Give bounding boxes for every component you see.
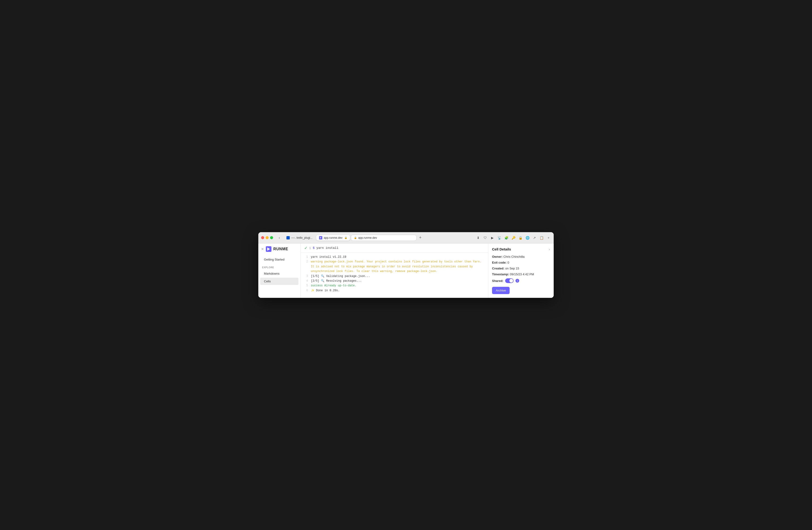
output-line-1: 1 yarn install v1.22.19	[304, 255, 484, 259]
line-number: 2	[304, 259, 308, 264]
exit-code-row: Exit code: 0	[492, 261, 550, 264]
back-button[interactable]: ‹	[277, 235, 282, 241]
line-content: [2/5] 🔍 Resolving packages...	[311, 278, 484, 283]
output-line-5: 5 success Already up-to-date.	[304, 283, 484, 288]
globe-icon[interactable]: 🌐	[525, 235, 530, 240]
tab-trello-label: —-. trello_plugi...	[291, 236, 313, 240]
close-window-button[interactable]	[261, 236, 264, 239]
line-number: 3	[304, 274, 308, 278]
output-line-2: 2 warning package-lock.json found. Your …	[304, 259, 484, 274]
title-bar: ‹ —-. trello_plugi... ▶ app.runme.dev 🔒 …	[258, 232, 554, 243]
shared-row: Shared: i	[492, 278, 550, 283]
cell-details-header: Cell Details ›	[492, 247, 550, 251]
output-line-6: 6 ✨ Done in 0.20s.	[304, 288, 484, 293]
exit-code-value: 0	[508, 261, 509, 264]
sidebar-item-cells[interactable]: Cells	[260, 278, 299, 285]
cell-details-panel: Cell Details › Owner: Chris Chinchilla E…	[488, 243, 554, 298]
toolbar-icons: ⬇ 🛡 ▶ 📡 🧩 🔑 🔒 🌐 ↗ 📋 ＋	[476, 235, 551, 240]
dollar-sign: $	[313, 246, 315, 250]
output-line-4: 4 [2/5] 🔍 Resolving packages...	[304, 278, 484, 283]
tab-trello[interactable]: —-. trello_plugi...	[284, 235, 315, 241]
cell-success-icon: ✓	[304, 246, 307, 250]
sidebar-explore-section: EXPLORE	[258, 263, 300, 270]
lock-icon: 🔒	[344, 237, 347, 239]
exit-code-label: Exit code:	[492, 261, 507, 264]
play-icon[interactable]: ▶	[490, 235, 495, 240]
cell-command: $ yarn install	[313, 246, 338, 250]
output-line-3: 3 [1/5] 🔍 Validating package.json...	[304, 274, 484, 278]
cell-details-title: Cell Details	[492, 247, 511, 251]
maximize-window-button[interactable]	[270, 236, 273, 239]
share-icon[interactable]: ↗	[532, 235, 537, 240]
puzzle-icon[interactable]: 🧩	[504, 235, 509, 240]
archive-button[interactable]: Archive	[492, 287, 510, 294]
traffic-lights	[261, 236, 273, 239]
sidebar-close-button[interactable]: ✕	[261, 247, 264, 251]
line-number: 5	[304, 283, 308, 288]
timestamp-value: 09/15/23 4:42 PM	[510, 272, 534, 276]
copy-icon[interactable]: 📋	[539, 235, 544, 240]
app-header: ✕ RUNME	[258, 246, 300, 256]
created-value: on Sep 15	[505, 267, 519, 270]
command-text: yarn install	[317, 246, 338, 250]
tab-runme-label: app.runme.dev	[324, 236, 343, 240]
line-number: 1	[304, 255, 308, 259]
download-icon[interactable]: ⬇	[476, 235, 480, 240]
trello-favicon-icon	[287, 236, 290, 240]
tab-runme[interactable]: ▶ app.runme.dev 🔒	[316, 235, 350, 241]
cell-output: 1 yarn install v1.22.19 2 warning packag…	[301, 253, 488, 297]
app-content: ✕ RUNME Getting Started EXPLORE Markdown…	[258, 243, 554, 298]
owner-value: Chris Chinchilla	[503, 255, 524, 258]
line-number: 4	[304, 278, 308, 283]
app-name: RUNME	[273, 247, 288, 251]
address-lock-icon: 🔒	[354, 237, 357, 239]
line-content-warning: warning package-lock.json found. Your pr…	[311, 259, 484, 274]
password-icon[interactable]: 🔑	[511, 235, 516, 240]
line-content-success: success Already up-to-date.	[311, 283, 484, 288]
shield-icon[interactable]: 🛡	[483, 235, 488, 240]
line-content: ✨ Done in 0.20s.	[311, 288, 484, 293]
svg-marker-0	[267, 247, 270, 251]
owner-row: Owner: Chris Chinchilla	[492, 255, 550, 258]
timestamp-row: Timestamp: 09/15/23 4:42 PM	[492, 272, 550, 276]
add-tab-button[interactable]: +	[418, 235, 423, 241]
address-text: app.runme.dev	[358, 236, 414, 240]
app-logo-icon	[266, 246, 272, 252]
line-content: [1/5] 🔍 Validating package.json...	[311, 274, 484, 278]
line-number: 6	[304, 288, 308, 293]
cell-header: ✓ 1 $ yarn install	[301, 243, 488, 253]
chevron-right-icon[interactable]: ›	[549, 247, 550, 251]
rss-icon[interactable]: 📡	[497, 235, 502, 240]
tab-bar: —-. trello_plugi... ▶ app.runme.dev 🔒 🔒 …	[284, 235, 474, 241]
shared-label: Shared:	[492, 279, 503, 283]
minimize-window-button[interactable]	[265, 236, 269, 239]
sidebar-item-getting-started[interactable]: Getting Started	[260, 256, 299, 263]
new-tab-icon[interactable]: ＋	[546, 235, 551, 240]
owner-label: Owner:	[492, 255, 503, 258]
sidebar: ✕ RUNME Getting Started EXPLORE Markdown…	[258, 243, 301, 298]
created-label: Created:	[492, 267, 505, 270]
timestamp-label: Timestamp:	[492, 272, 509, 276]
line-content: yarn install v1.22.19	[311, 255, 484, 259]
main-content: ✓ 1 $ yarn install 1 yarn install v1.22.…	[301, 243, 488, 298]
runme-favicon-icon: ▶	[319, 236, 322, 240]
vpn-icon[interactable]: 🔒	[518, 235, 523, 240]
address-bar[interactable]: 🔒 app.runme.dev	[351, 235, 417, 241]
sidebar-item-markdowns[interactable]: Markdowns	[260, 270, 299, 277]
browser-window: ‹ —-. trello_plugi... ▶ app.runme.dev 🔒 …	[258, 232, 554, 298]
cell-number: 1	[309, 246, 311, 250]
info-icon[interactable]: i	[516, 279, 519, 283]
shared-toggle[interactable]	[505, 278, 513, 283]
cell-area: ✓ 1 $ yarn install 1 yarn install v1.22.…	[301, 243, 488, 298]
created-row: Created: on Sep 15	[492, 267, 550, 270]
